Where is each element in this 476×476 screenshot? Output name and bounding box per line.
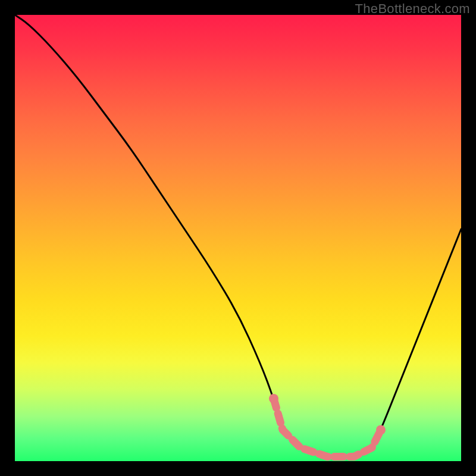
- valley-highlight-line: [274, 399, 381, 457]
- curve-svg: [15, 15, 461, 461]
- chart-frame: TheBottleneck.com: [0, 0, 476, 476]
- valley-start-dot: [269, 394, 278, 403]
- valley-end-dot: [376, 425, 386, 435]
- bottleneck-curve-line: [15, 15, 461, 457]
- watermark-text: TheBottleneck.com: [355, 1, 470, 17]
- plot-area: [15, 15, 461, 461]
